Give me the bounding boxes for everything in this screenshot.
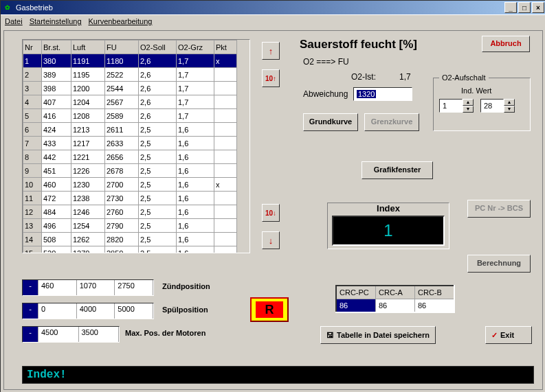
crc-a-header: CRC-A: [376, 286, 415, 299]
pcnr-bcs-button[interactable]: PC Nr -> BCS: [467, 200, 531, 218]
crc-a-value[interactable]: 86: [376, 299, 415, 313]
spuelposition-row[interactable]: - 0 4000 5000: [22, 303, 154, 319]
table-row[interactable]: 12484124627602,51,6: [23, 205, 237, 219]
title-bar: ✿ Gasbetrieb _ □ ×: [1, 1, 545, 14]
tabelle-speichern-button[interactable]: 🖫 Tabelle in Datei speichern: [320, 326, 436, 344]
table-row[interactable]: 5416120825892,61,7: [23, 109, 237, 123]
arrow-up-button[interactable]: ↑: [262, 42, 280, 60]
r-indicator: R: [250, 297, 289, 322]
o2-aufschalt-ind-input[interactable]: 1: [439, 99, 463, 113]
arrow-down-button[interactable]: ↓: [262, 231, 280, 249]
abweichung-input[interactable]: 1320: [353, 87, 412, 101]
zuendposition-label: Zündposition: [162, 282, 210, 290]
close-button[interactable]: ×: [532, 2, 544, 13]
table-row[interactable]: 11472123827302,51,6: [23, 192, 237, 205]
save-icon: 🖫: [326, 327, 334, 343]
maxpos-row[interactable]: - 4500 3500: [22, 326, 120, 343]
index-box: Index 1: [327, 203, 449, 249]
menu-datei[interactable]: Datei: [5, 17, 23, 25]
menu-starteinstellung[interactable]: Starteinstellung: [30, 17, 82, 25]
status-bar: Index!: [22, 366, 534, 384]
index-label: Index: [328, 203, 449, 216]
col-o2soll[interactable]: O2-Soll: [139, 41, 177, 54]
app-icon: ✿: [2, 2, 13, 13]
o2-aufschalt-ind-updown[interactable]: ▲▼: [463, 99, 474, 113]
check-icon: ✓: [491, 327, 498, 343]
crc-b-value[interactable]: 86: [415, 299, 455, 313]
o2-aufschalt-wert-input[interactable]: 28: [480, 99, 504, 113]
step-up-10-button[interactable]: 10↑: [262, 69, 280, 87]
table-row[interactable]: 6424121326112,51,6: [23, 123, 237, 137]
exit-button[interactable]: ✓ Exit: [485, 326, 532, 344]
o2-aufschalt-wert-updown[interactable]: ▲▼: [504, 99, 515, 113]
window: ✿ Gasbetrieb _ □ × Datei Starteinstellun…: [0, 0, 545, 392]
table-row[interactable]: 13496125427902,51,6: [23, 219, 237, 233]
berechnung-button[interactable]: Berechnung: [467, 255, 531, 273]
window-title: Gasbetrieb: [16, 3, 503, 12]
crc-b-header: CRC-B: [415, 286, 455, 299]
table-row[interactable]: 9451122626782,51,6: [23, 164, 237, 178]
col-fu[interactable]: FU: [105, 41, 139, 54]
spuelposition-label: Spülposition: [162, 305, 208, 314]
maximize-button[interactable]: □: [518, 2, 531, 13]
table-row[interactable]: 1380119111802,61,7x: [23, 54, 237, 68]
sauerstoff-title: Sauerstoff feucht [%]: [300, 38, 417, 51]
zuendposition-row[interactable]: - 460 1070 2750: [22, 279, 154, 296]
o2-fu-text: O2 ===> FU: [303, 57, 349, 67]
abweichung-label: Abweichung: [303, 89, 348, 99]
o2-aufschalt-label: O2-Aufschalt: [439, 73, 489, 82]
col-brst[interactable]: Br.st.: [42, 41, 71, 54]
menu-kurvenbearbeitung[interactable]: Kurvenbearbeitung: [89, 17, 153, 25]
maxpos-label: Max. Pos. der Motoren: [125, 329, 205, 337]
crc-table: CRC-PC CRC-A CRC-B 86 86 86: [335, 285, 455, 313]
o2-aufschalt-group: O2-Aufschalt Ind. Wert 1 ▲▼ 28 ▲▼: [433, 78, 531, 131]
minimize-button[interactable]: _: [504, 2, 517, 13]
col-luft[interactable]: Luft: [71, 41, 105, 54]
index-display: 1: [332, 216, 445, 246]
table-row[interactable]: 3398120025442,61,7: [23, 82, 237, 95]
menu-bar: Datei Starteinstellung Kurvenbearbeitung: [1, 14, 545, 27]
table-row[interactable]: 15520127028502,51,6: [23, 246, 237, 254]
table-row[interactable]: 14508126228202,51,6: [23, 233, 237, 246]
grundkurve-button[interactable]: Grundkurve: [303, 113, 358, 131]
content-area: Nr Br.st. Luft FU O2-Soll O2-Grz Pkt 138…: [3, 30, 543, 390]
o2-ist-value: 1,7: [399, 72, 411, 82]
table-row[interactable]: 2389119525222,61,7: [23, 68, 237, 82]
crc-pc-header: CRC-PC: [336, 286, 376, 299]
grenzkurve-button[interactable]: Grenzkurve: [364, 113, 419, 131]
table-row[interactable]: 10460123027002,51,6x: [23, 178, 237, 192]
col-o2grz[interactable]: O2-Grz: [177, 41, 214, 54]
col-pkt[interactable]: Pkt: [214, 41, 237, 54]
crc-pc-value[interactable]: 86: [336, 299, 376, 313]
col-nr[interactable]: Nr: [23, 41, 42, 54]
table-row[interactable]: 8442122126562,51,6: [23, 150, 237, 164]
table-row[interactable]: 7433121726332,51,6: [23, 137, 237, 150]
o2-ist-label: O2-Ist:: [351, 72, 376, 82]
table-row[interactable]: 4407120425672,61,7: [23, 95, 237, 109]
grafikfenster-button[interactable]: Grafikfenster: [362, 161, 433, 179]
step-down-10-button[interactable]: 10↓: [262, 204, 280, 222]
abbruch-button[interactable]: Abbruch: [482, 36, 530, 52]
data-table: Nr Br.st. Luft FU O2-Soll O2-Grz Pkt 138…: [22, 39, 250, 253]
ind-wert-label: Ind. Wert: [461, 87, 491, 95]
